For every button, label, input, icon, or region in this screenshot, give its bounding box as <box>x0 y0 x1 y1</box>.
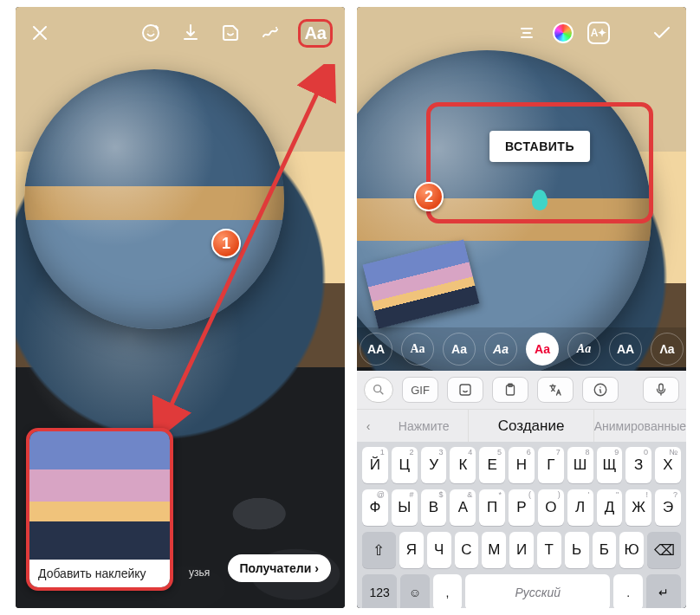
key-Д[interactable]: Д" <box>597 489 623 526</box>
annotation-badge-1: 1 <box>211 229 241 258</box>
svg-point-4 <box>233 31 234 32</box>
kbd-clipboard-button[interactable] <box>492 377 528 403</box>
text-caret-handle[interactable] <box>532 190 548 210</box>
key-О[interactable]: О) <box>538 489 564 526</box>
key-123[interactable]: 123 <box>362 574 397 608</box>
key-З[interactable]: З0 <box>625 447 651 483</box>
svg-rect-12 <box>659 384 664 391</box>
key-row-1: Й1Ц2У3К4Е5Н6Г7Ш8Щ9З0Х№ <box>360 447 683 483</box>
key-К[interactable]: К4 <box>450 447 476 483</box>
key-shift[interactable]: ⇧ <box>362 532 396 568</box>
font-option[interactable]: Aa <box>443 333 476 366</box>
key-Л[interactable]: Л' <box>567 489 593 526</box>
key-Ь[interactable]: Ь <box>565 532 589 568</box>
key-Ж[interactable]: Ж! <box>625 489 651 526</box>
key-period[interactable]: . <box>613 574 642 608</box>
key-comma[interactable]: , <box>433 574 462 608</box>
key-Н[interactable]: Н6 <box>509 447 535 483</box>
font-option[interactable]: Aa <box>567 333 600 366</box>
story-editor-screen: Aa 1 Добавить наклейку узья <box>16 7 345 608</box>
font-option[interactable]: AA <box>609 333 642 366</box>
crystal-ball-graphic <box>24 69 284 329</box>
sticker-thumbnail <box>29 431 170 560</box>
key-Ч[interactable]: Ч <box>427 532 451 568</box>
key-Й[interactable]: Й1 <box>362 447 388 483</box>
text-topbar: A✦ <box>357 14 686 52</box>
font-option[interactable]: Aa <box>401 333 434 366</box>
kbd-translate-button[interactable] <box>537 377 574 403</box>
key-У[interactable]: У3 <box>421 447 447 483</box>
font-selector-strip: AA Aa Aa Aa Aa Aa AA Λа <box>357 327 686 371</box>
key-М[interactable]: М <box>482 532 506 568</box>
key-Ц[interactable]: Ц2 <box>392 447 418 483</box>
key-Х[interactable]: Х№ <box>655 447 681 483</box>
suggestion-right[interactable]: Анимированные <box>594 419 686 433</box>
kbd-gif-button[interactable]: GIF <box>402 377 438 403</box>
key-Р[interactable]: Р( <box>509 489 535 526</box>
keyboard-suggestion-bar: ‹ Нажмите Создание Анимированные <box>357 409 686 442</box>
text-anim-icon[interactable]: A✦ <box>587 22 610 44</box>
key-Ф[interactable]: Ф@ <box>362 489 388 526</box>
add-sticker-label: Добавить наклейку <box>29 560 170 587</box>
key-backspace[interactable]: ⌫ <box>647 532 681 568</box>
sticker-icon[interactable] <box>218 21 243 45</box>
kbd-sticker-button[interactable] <box>447 377 483 403</box>
key-enter[interactable]: ↵ <box>646 574 681 608</box>
key-row-2: Ф@Ы#В$А&П*Р(О)Л'Д"Ж!Э? <box>360 489 683 526</box>
suggestion-center[interactable]: Создание <box>468 410 593 442</box>
key-Е[interactable]: Е5 <box>479 447 505 483</box>
recipients-button[interactable]: Получатели › <box>228 554 332 582</box>
close-icon[interactable] <box>28 21 52 45</box>
done-check-icon[interactable] <box>650 21 674 45</box>
color-picker-icon[interactable] <box>553 23 574 43</box>
suggestion-left[interactable]: Нажмите <box>379 419 468 433</box>
svg-point-2 <box>153 31 154 32</box>
svg-point-1 <box>148 31 149 32</box>
key-Т[interactable]: Т <box>537 532 561 568</box>
font-option[interactable]: Aa <box>484 333 517 366</box>
key-И[interactable]: И <box>509 532 534 568</box>
key-Э[interactable]: Э? <box>655 489 681 526</box>
suggestion-prev-icon[interactable]: ‹ <box>357 419 379 433</box>
svg-point-3 <box>228 31 229 32</box>
kbd-info-button[interactable] <box>582 377 619 403</box>
key-Ы[interactable]: Ы# <box>392 489 418 526</box>
effects-squiggle-icon[interactable] <box>258 21 282 45</box>
key-В[interactable]: В$ <box>421 489 447 526</box>
key-Б[interactable]: Б <box>593 532 617 568</box>
key-emoji[interactable]: ☺ <box>400 574 429 608</box>
face-effects-icon[interactable] <box>139 21 163 45</box>
kbd-mic-button[interactable] <box>643 377 679 403</box>
keyboard-toolbar: GIF <box>357 371 686 409</box>
paste-region-highlight: ВСТАВИТЬ <box>426 102 653 223</box>
story-topbar: Aa <box>16 14 345 52</box>
annotation-badge-2: 2 <box>414 182 444 211</box>
onscreen-keyboard: Й1Ц2У3К4Е5Н6Г7Ш8Щ9З0Х№ Ф@Ы#В$А&П*Р(О)Л'Д… <box>357 442 686 608</box>
key-П[interactable]: П* <box>479 489 505 526</box>
add-sticker-popup[interactable]: Добавить наклейку <box>26 428 173 591</box>
text-entry-screen: A✦ ВСТАВИТЬ 2 AA Aa Aa Aa Aa Aa AA Λа GI… <box>357 7 686 608</box>
key-А[interactable]: А& <box>450 489 476 526</box>
key-С[interactable]: С <box>455 532 479 568</box>
svg-point-7 <box>374 385 381 392</box>
kbd-search-icon[interactable] <box>364 377 393 403</box>
chevron-right-icon: › <box>314 561 319 575</box>
paste-button[interactable]: ВСТАВИТЬ <box>489 131 590 162</box>
recipients-label: Получатели <box>240 561 312 575</box>
svg-point-5 <box>275 27 277 29</box>
key-Ш[interactable]: Ш8 <box>567 447 593 483</box>
key-row-3: ⇧ЯЧСМИТЬБЮ⌫ <box>360 532 683 568</box>
key-row-bottom: 123 ☺ , Русский . ↵ <box>360 574 683 608</box>
svg-rect-8 <box>460 385 470 395</box>
key-Ю[interactable]: Ю <box>619 532 644 568</box>
text-tool-button[interactable]: Aa <box>298 19 333 48</box>
key-Щ[interactable]: Щ9 <box>597 447 623 483</box>
font-option[interactable]: Λа <box>651 333 684 366</box>
font-option-selected[interactable]: Aa <box>526 333 559 366</box>
key-space[interactable]: Русский <box>465 574 610 608</box>
font-option[interactable]: AA <box>360 333 392 366</box>
key-Я[interactable]: Я <box>399 532 424 568</box>
download-icon[interactable] <box>178 21 203 45</box>
align-icon[interactable] <box>515 21 539 45</box>
key-Г[interactable]: Г7 <box>538 447 564 483</box>
